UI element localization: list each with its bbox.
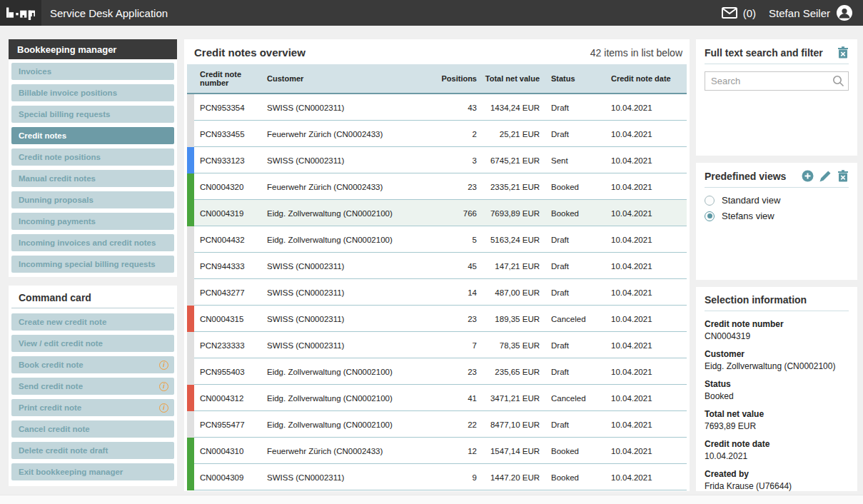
delete-credit-note-draft-button[interactable]: Delete credit note draft (11, 442, 174, 459)
send-credit-note-button[interactable]: Send credit note (11, 378, 174, 395)
add-view-icon[interactable] (802, 170, 814, 182)
cell-customer: Feuerwehr Zürich (CN0002433) (266, 130, 425, 138)
cell-status: Canceled (541, 315, 601, 323)
table-row[interactable]: PCN233333SWISS (CN0002311)778,35 EURDraf… (187, 332, 687, 358)
sidebar-item-credit-note-positions[interactable]: Credit note positions (11, 148, 174, 166)
sidebar-item-billable-invoice-positions[interactable]: Billable invoice positions (11, 84, 174, 101)
info-icon[interactable] (159, 382, 168, 391)
selection-fields: Credit note numberCN0004319CustomerEidg.… (705, 319, 849, 491)
cell-status: Draft (541, 104, 601, 112)
table-header-row: Credit note number Customer Positions To… (187, 64, 687, 94)
sidebar-item-special-billing-requests[interactable]: Special billing requests (11, 106, 174, 123)
cell-date: 10.04.2021 (601, 473, 687, 482)
table-row[interactable]: CN0004310Feuerwehr Zürich (CN0002433)121… (187, 438, 687, 464)
sidebar-item-invoices[interactable]: Invoices (11, 63, 174, 80)
cell-total: 7693,89 EUR (478, 209, 541, 218)
field-value: Booked (705, 391, 849, 401)
cancel-credit-note-button[interactable]: Cancel credit note (11, 420, 174, 438)
exit-bookkeeping-manager-button[interactable]: Exit bookkeeping manager (11, 463, 174, 480)
table-row[interactable]: CN0004312Eidg. Zollverwaltung (CN0002100… (187, 385, 687, 411)
table-row[interactable]: CN0004309SWISS (CN0002311)91447.20 EURBo… (187, 464, 687, 490)
credit-notes-overview-card: Credit notes overview 42 items in list b… (184, 39, 690, 491)
user-name: Stefan Seiler (769, 7, 830, 19)
search-icon[interactable] (832, 75, 844, 87)
items-count-label: 42 items in list below (590, 47, 682, 59)
table-row[interactable]: PCN004432Eidg. Zollverwaltung (CN0002100… (187, 226, 687, 253)
table-row[interactable]: PCN933123SWISS (CN0002311)36745,21 EURSe… (187, 147, 687, 173)
column-header-total-net-value[interactable]: Total net value (478, 74, 541, 83)
radio-selected-icon[interactable] (705, 211, 715, 221)
table-row[interactable]: PCN933455Feuerwehr Zürich (CN0002433)225… (187, 121, 687, 147)
cell-total: 1447.20 EUR (478, 473, 541, 482)
row-status-strip (187, 332, 194, 358)
mail-icon[interactable] (722, 7, 737, 19)
table-row[interactable]: PCN955477Eidg. Zollverwaltung (CN0002100… (187, 411, 687, 438)
search-input[interactable] (705, 71, 849, 91)
edit-view-pencil-icon[interactable] (819, 170, 832, 182)
table-row[interactable]: CN0004319Eidg. Zollverwaltung (CN0002100… (187, 200, 687, 226)
view-edit-credit-note-button[interactable]: View / edit credit note (11, 335, 174, 352)
cell-customer: Eidg. Zollverwaltung (CN0002100) (266, 236, 425, 244)
row-status-strip (187, 200, 194, 226)
delete-view-trash-icon[interactable] (837, 170, 849, 182)
clear-search-trash-icon[interactable] (837, 46, 849, 59)
column-header-credit-note-number[interactable]: Credit note number (194, 70, 266, 87)
sidebar-item-credit-notes[interactable]: Credit notes (11, 127, 174, 144)
cell-customer: SWISS (CN0002311) (266, 341, 425, 350)
cell-date: 10.04.2021 (601, 394, 687, 403)
column-header-credit-note-date[interactable]: Credit note date (601, 74, 687, 83)
cell-positions: 766 (425, 209, 478, 218)
left-column: Bookkeeping manager InvoicesBillable inv… (9, 39, 177, 486)
cell-total: 1434,24 EUR (478, 104, 541, 112)
sidebar-item-dunning-proposals[interactable]: Dunning proposals (11, 191, 174, 208)
cell-number: CN0004309 (194, 473, 266, 482)
info-icon[interactable] (159, 361, 168, 370)
cell-customer: Feuerwehr Zürich (CN0002433) (266, 183, 425, 191)
cell-positions: 43 (425, 104, 478, 112)
cell-number: PCN933455 (194, 130, 266, 138)
cell-status: Booked (541, 183, 601, 191)
field-value: Eidg. Zollverwaltung (CN0002100) (705, 361, 849, 371)
sidebar-item-incomming-special-billing-requests[interactable]: Incomming special billing requests (11, 256, 174, 273)
table-row[interactable]: CN0004320Feuerwehr Zürich (CN0002433)232… (187, 173, 687, 200)
cell-number: PCN933123 (194, 156, 266, 165)
cell-date: 10.04.2021 (601, 288, 687, 297)
cell-status: Canceled (541, 394, 601, 403)
table-row[interactable]: PCN043277SWISS (CN0002311)14487,00 EURDr… (187, 279, 687, 306)
radio-unselected-icon[interactable] (705, 196, 715, 206)
sidebar-item-manual-credit-notes[interactable]: Manual credit notes (11, 170, 174, 187)
selection-information-panel: Selection information Credit note number… (696, 287, 857, 491)
info-icon[interactable] (159, 403, 168, 413)
sidebar-menu: InvoicesBillable invoice positionsSpecia… (9, 59, 177, 277)
table-row[interactable]: CN0004315SWISS (CN0002311)23189,35 EURCa… (187, 306, 687, 332)
row-status-strip (187, 94, 194, 121)
cell-number: CN0004320 (194, 183, 266, 191)
book-credit-note-button[interactable]: Book credit note (11, 356, 174, 373)
sidebar-item-incoming-payments[interactable]: Incoming payments (11, 213, 174, 230)
cell-number: CN0004312 (194, 394, 266, 403)
cell-positions: 45 (425, 262, 478, 271)
row-status-strip (187, 253, 194, 279)
cell-customer: SWISS (CN0002311) (266, 315, 425, 323)
avatar[interactable] (836, 4, 853, 21)
column-header-positions[interactable]: Positions (425, 74, 478, 83)
cell-customer: SWISS (CN0002311) (266, 156, 425, 165)
table-row[interactable]: PCN944333SWISS (CN0002311)45147,21 EURDr… (187, 253, 687, 279)
sidebar-item-incoming-invoices-and-credit-notes[interactable]: Incoming invoices and credit notes (11, 234, 174, 251)
create-new-credit-note-button[interactable]: Create new credit note (11, 313, 174, 331)
cell-positions: 14 (425, 288, 478, 297)
table-row[interactable]: PCN955403Eidg. Zollverwaltung (CN0002100… (187, 358, 687, 385)
print-credit-note-button[interactable]: Print credit note (11, 399, 174, 416)
cell-status: Draft (541, 262, 601, 271)
view-option-stefans-view[interactable]: Stefans view (705, 211, 849, 221)
view-option-standard-view[interactable]: Standard view (705, 195, 849, 206)
cell-total: 2335,21 EUR (478, 183, 541, 191)
field-value: 7693,89 EUR (705, 421, 849, 431)
table-row[interactable]: PCN953354SWISS (CN0002311)431434,24 EURD… (187, 94, 687, 121)
cell-total: 5163,24 EUR (478, 236, 541, 244)
column-header-status[interactable]: Status (541, 74, 601, 83)
column-header-customer[interactable]: Customer (266, 74, 425, 83)
cell-status: Sent (541, 156, 601, 165)
cell-date: 10.04.2021 (601, 209, 687, 218)
cell-status: Draft (541, 420, 601, 429)
